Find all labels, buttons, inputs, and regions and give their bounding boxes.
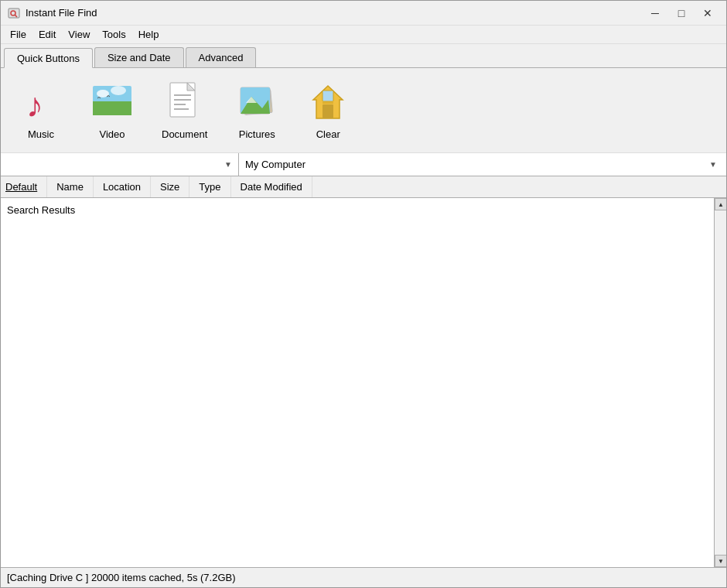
title-bar: Instant File Find ─ □ ✕ xyxy=(1,1,726,26)
video-button[interactable]: Video xyxy=(84,77,140,143)
close-button[interactable]: ✕ xyxy=(695,4,720,22)
tab-advanced[interactable]: Advanced xyxy=(186,47,257,67)
status-text: [Caching Drive C ] 20000 items cached, 5… xyxy=(7,572,236,583)
location-text: My Computer xyxy=(245,159,706,170)
svg-rect-23 xyxy=(323,91,333,101)
col-header-name[interactable]: Name xyxy=(47,176,94,197)
svg-point-7 xyxy=(111,86,126,95)
col-header-date-modified[interactable]: Date Modified xyxy=(231,176,312,197)
svg-rect-5 xyxy=(93,101,131,115)
minimize-button[interactable]: ─ xyxy=(643,4,667,22)
document-icon xyxy=(163,80,206,124)
tab-quick-buttons[interactable]: Quick Buttons xyxy=(4,48,93,68)
window-title: Instant File Find xyxy=(26,7,643,19)
video-label: Video xyxy=(99,128,125,140)
search-input[interactable] xyxy=(1,153,238,176)
scrollbar-track[interactable] xyxy=(715,210,726,555)
pictures-button[interactable]: Pictures xyxy=(229,77,285,143)
pictures-icon xyxy=(235,80,278,124)
menu-tools[interactable]: Tools xyxy=(96,26,131,43)
location-dropdown-button[interactable]: ▼ xyxy=(706,159,720,170)
tab-bar: Quick Buttons Size and Date Advanced xyxy=(1,44,726,68)
col-header-default[interactable]: Default xyxy=(1,176,47,197)
menu-edit[interactable]: Edit xyxy=(32,26,62,43)
clear-icon xyxy=(306,80,350,124)
music-label: Music xyxy=(28,128,54,140)
maximize-button[interactable]: □ xyxy=(669,4,694,22)
tab-size-and-date[interactable]: Size and Date xyxy=(94,47,184,67)
window-controls: ─ □ ✕ xyxy=(643,4,720,22)
pictures-label: Pictures xyxy=(239,128,275,140)
video-icon xyxy=(90,80,134,124)
music-button[interactable]: ♪ Music xyxy=(13,77,69,143)
col-header-type[interactable]: Type xyxy=(189,176,230,197)
search-dropdown-button[interactable]: ▼ xyxy=(221,159,235,170)
menu-help[interactable]: Help xyxy=(132,26,166,43)
music-icon: ♪ xyxy=(19,80,63,124)
menu-view[interactable]: View xyxy=(62,26,96,43)
menu-file[interactable]: File xyxy=(4,26,32,43)
search-results-placeholder: Search Results xyxy=(7,204,75,216)
location-wrapper: My Computer ▼ xyxy=(239,153,726,176)
menu-bar: File Edit View Tools Help xyxy=(1,26,726,44)
results-area: Search Results ▲ ▼ xyxy=(1,198,726,567)
col-header-size[interactable]: Size xyxy=(151,176,189,197)
scrollbar: ▲ ▼ xyxy=(714,198,726,567)
scrollbar-down-button[interactable]: ▼ xyxy=(715,555,726,567)
quick-buttons-area: ♪ Music Video xyxy=(1,68,726,153)
document-label: Document xyxy=(162,128,207,140)
svg-rect-21 xyxy=(323,104,333,118)
svg-rect-0 xyxy=(9,9,19,18)
scrollbar-up-button[interactable]: ▲ xyxy=(715,198,726,210)
document-button[interactable]: Document xyxy=(155,77,213,143)
column-headers: Default Name Location Size Type Date Mod… xyxy=(1,176,726,198)
results-content: Search Results xyxy=(1,198,714,567)
search-input-wrapper: ▼ xyxy=(1,153,239,176)
status-bar: [Caching Drive C ] 20000 items cached, 5… xyxy=(1,567,726,587)
col-header-location[interactable]: Location xyxy=(94,176,151,197)
app-icon xyxy=(7,6,21,20)
search-bar: ▼ My Computer ▼ xyxy=(1,153,726,176)
main-window: Instant File Find ─ □ ✕ File Edit View T… xyxy=(0,0,727,588)
clear-label: Clear xyxy=(316,128,340,140)
clear-button[interactable]: Clear xyxy=(300,77,356,143)
svg-text:♪: ♪ xyxy=(26,86,43,123)
